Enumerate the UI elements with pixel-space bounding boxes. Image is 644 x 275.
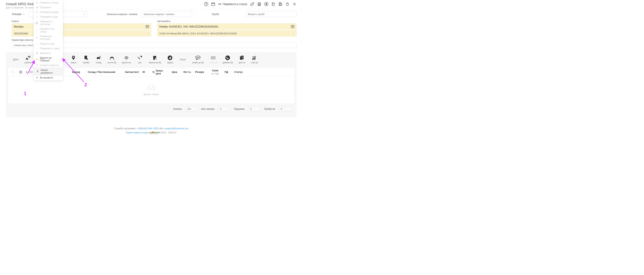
- totals-row: Знижка 0% Без знижки 0 Підсумок 0 Прибут…: [6, 104, 296, 113]
- col-qty[interactable]: Кіл-ть: [182, 70, 194, 74]
- tab-posts[interactable]: пости (0): [105, 54, 118, 64]
- wrench-car-icon: [137, 55, 143, 60]
- tab-comments[interactable]: комен-рі (0): [190, 54, 206, 64]
- context-menu: ⟳Оновити статуси ⧉Групувати ⎘Копіювати р…: [34, 0, 63, 80]
- price-icon: ✓: [36, 16, 38, 18]
- select-all-checkbox[interactable]: [12, 71, 14, 74]
- tab-view[interactable]: огляд: [92, 54, 104, 64]
- client-name-box[interactable]: Валера: [12, 24, 151, 30]
- svg-rect-5: [258, 5, 260, 6]
- ctx-from-shop[interactable]: ←Повернути з цеху: [34, 46, 63, 51]
- location-label: Локація: [12, 12, 24, 16]
- auto-model-box[interactable]: AUDI A4 Allroad B8 (8KH), 2013, KA4323CI…: [157, 30, 296, 36]
- col-stock[interactable]: Склад / Постачальник: [86, 70, 123, 74]
- money-icon[interactable]: [264, 2, 268, 6]
- print-icon[interactable]: [257, 2, 262, 6]
- ctx-delete[interactable]: 🗑Видалити: [34, 51, 63, 56]
- discount-value[interactable]: 0%: [186, 106, 197, 111]
- chevron-right-icon[interactable]: [22, 13, 24, 15]
- ctx-update-cost[interactable]: ⟳Оновити вартість: [34, 63, 63, 68]
- save-icon[interactable]: [278, 2, 282, 6]
- tab-calls[interactable]: дзвінки (0): [220, 54, 235, 64]
- link-icon[interactable]: [250, 2, 254, 6]
- hamburger-icon[interactable]: [19, 71, 22, 73]
- col-spec[interactable]: Запчастист: [123, 70, 141, 74]
- mileage-input[interactable]: [246, 11, 296, 17]
- support-email-link[interactable]: support@carbook.pro: [164, 127, 188, 130]
- tab-request[interactable]: заявка: [80, 54, 92, 64]
- tab-shop[interactable]: цех: [134, 54, 146, 64]
- eye-off-icon: [152, 71, 155, 74]
- calendar-icon[interactable]: [211, 2, 215, 6]
- group-icon: ⧉: [36, 6, 38, 9]
- delete-icon[interactable]: [285, 2, 290, 6]
- ctx-order[interactable]: 🛒Замовити у постачал.: [34, 19, 63, 26]
- ctx-check-price[interactable]: ✓Перевірити ціну: [34, 14, 63, 19]
- svg-rect-8: [280, 3, 281, 4]
- check-icon: ✓: [36, 29, 38, 32]
- ctx-return-supplier[interactable]: ↶Повернути постачал.: [34, 34, 63, 42]
- hamburger-icon[interactable]: [146, 25, 149, 28]
- col-price[interactable]: Ціна: [170, 70, 182, 74]
- tab-works[interactable]: роботи: [22, 54, 34, 64]
- agreement-link[interactable]: Користувача угода: [126, 131, 148, 134]
- ctx-to-shop[interactable]: →Видати в цех: [34, 42, 63, 46]
- refresh-icon: ⟳: [36, 64, 38, 66]
- subtotal-label: Підсумок: [234, 108, 245, 110]
- add-icon[interactable]: [25, 71, 28, 74]
- col-ih[interactable]: ІН: [141, 70, 151, 74]
- import-icon: ⇱: [36, 70, 39, 73]
- svg-rect-2: [212, 3, 215, 6]
- col-sum[interactable]: Сумабез ПДВ: [207, 69, 223, 75]
- ctx-group[interactable]: ⧉Групувати: [34, 5, 63, 10]
- clipboard-check-icon: [152, 55, 158, 60]
- discount-label: Знижка: [173, 108, 182, 110]
- support-phone-link[interactable]: +38(044) 389-3355: [137, 127, 158, 130]
- tab-other[interactable]: Інше: [177, 58, 189, 61]
- log-icon: LOG: [210, 55, 216, 60]
- close-icon[interactable]: [292, 2, 296, 6]
- col-buy[interactable]: Закуп. ціна: [151, 69, 170, 75]
- tab-review[interactable]: відгук: [164, 54, 176, 64]
- ctx-accept[interactable]: ✓Прийняти на склад: [34, 26, 63, 34]
- ctx-favorite[interactable]: ★Додати до Обраних: [34, 56, 63, 63]
- book-icon[interactable]: [30, 71, 33, 74]
- hamburger-icon[interactable]: [291, 25, 294, 28]
- copy-icon[interactable]: [271, 2, 276, 6]
- svg-rect-16: [110, 58, 110, 60]
- markup-input[interactable]: [141, 11, 192, 17]
- tab-stats[interactable]: стат-ка: [248, 54, 260, 64]
- tab-diag[interactable]: діагно-ка: [120, 54, 133, 64]
- tab-data[interactable]: Дані: [10, 58, 22, 61]
- tab-logs[interactable]: LOGлоги н/з: [207, 54, 220, 64]
- help-icon[interactable]: [204, 2, 208, 6]
- svg-text:cause we love the cars: cause we love the cars: [150, 134, 158, 134]
- col-brand[interactable]: Бренд: [70, 70, 86, 74]
- client-label: Клієнт: [12, 20, 151, 23]
- col-pd[interactable]: ПД: [223, 70, 233, 74]
- stats-icon: [252, 55, 257, 60]
- tools-icon: [26, 55, 31, 60]
- nodisc-label: Без знижки: [201, 108, 214, 110]
- svg-rect-7: [273, 4, 275, 6]
- tab-recom[interactable]: реком-ції (0): [146, 54, 164, 64]
- chevron-down-icon[interactable]: ▼: [292, 32, 294, 34]
- nodisc-value[interactable]: 0: [218, 106, 230, 111]
- svg-rect-33: [252, 58, 253, 60]
- annotation-label-2: 2: [84, 82, 87, 88]
- chevron-down-icon[interactable]: ▼: [147, 32, 149, 34]
- ctx-import-doc[interactable]: ⇱Імпорт документа: [34, 68, 62, 76]
- col-reserve[interactable]: Резерв: [194, 70, 207, 74]
- client-phone-box[interactable]: 3802952888 ▼: [12, 30, 151, 36]
- ctx-copy-rows[interactable]: ⎘Копіювати рядки: [34, 10, 63, 14]
- status-move-button[interactable]: Перевести у статус: [218, 2, 247, 6]
- tab-map[interactable]: карта: [68, 54, 79, 64]
- ctx-update-status[interactable]: ⟳Оновити статуси: [34, 0, 63, 5]
- subtotal-value[interactable]: 0: [248, 106, 260, 111]
- tab-docs[interactable]: док-ти: [236, 54, 248, 64]
- profit-value[interactable]: 0: [279, 106, 293, 111]
- auto-vin-box[interactable]: Номер: KA4323CI, VIN: WAUZZZ8K2DA220261: [157, 24, 296, 30]
- col-status[interactable]: Статус: [233, 70, 244, 74]
- svg-point-25: [197, 57, 197, 58]
- ctx-set[interactable]: ✎Встановити: [34, 76, 63, 80]
